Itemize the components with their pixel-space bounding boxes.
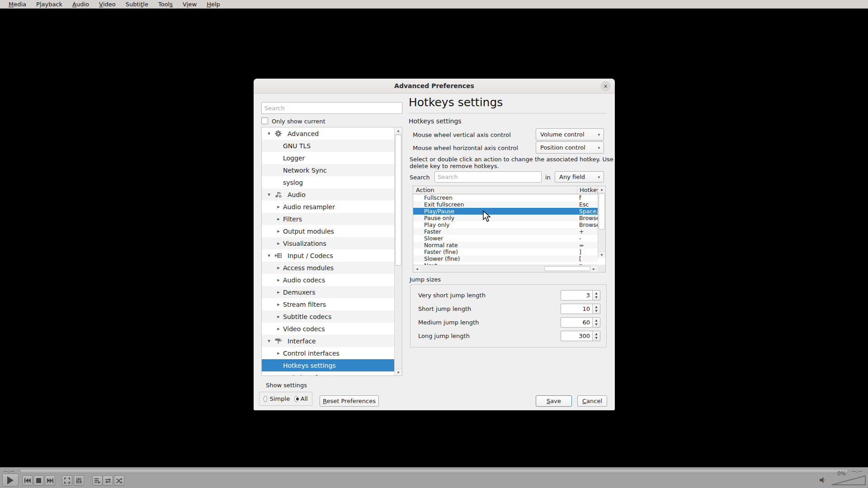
- stop-icon: [36, 478, 41, 483]
- table-row[interactable]: Pause onlyBrowser: [413, 215, 598, 221]
- tree-item-syslog[interactable]: syslog: [262, 176, 395, 188]
- tree-item-audio-codecs[interactable]: ▸Audio codecs: [262, 274, 395, 286]
- spin-arrows-icon[interactable]: ▲▼: [592, 318, 600, 327]
- playlist-button[interactable]: [92, 475, 103, 486]
- simple-radio[interactable]: [264, 396, 267, 402]
- short-jump-spinbox[interactable]: 10 ▲▼: [561, 304, 600, 314]
- scroll-up-icon[interactable]: ▴: [598, 186, 605, 193]
- wheel-vertical-dropdown[interactable]: Volume control▾: [536, 128, 604, 141]
- previous-button[interactable]: [22, 475, 33, 486]
- tree-item-visualizations[interactable]: ▸Visualizations: [262, 237, 395, 249]
- table-row[interactable]: Faster+: [413, 228, 598, 235]
- tree-item-demuxers[interactable]: ▸Demuxers: [262, 286, 395, 298]
- table-vertical-scrollbar[interactable]: ▴ ▾: [598, 186, 605, 258]
- interface-icon: [274, 337, 282, 345]
- tree-item-network-sync[interactable]: Network Sync: [262, 164, 395, 176]
- table-row[interactable]: Normal rate=: [413, 242, 598, 249]
- menu-media[interactable]: Media: [4, 0, 31, 9]
- random-button[interactable]: [114, 475, 124, 486]
- tree-scrollbar-thumb[interactable]: [395, 135, 401, 266]
- table-row[interactable]: Faster (fine)]: [413, 249, 598, 255]
- tree-scrollbar[interactable]: ▴ ▾: [394, 127, 402, 375]
- table-row[interactable]: Fullscreenf: [413, 194, 598, 201]
- tree-item-video-codecs[interactable]: ▸Video codecs: [262, 323, 395, 335]
- scrollbar-corner: [598, 265, 605, 272]
- scroll-down-icon[interactable]: ▾: [395, 369, 402, 375]
- close-icon: ×: [603, 83, 608, 89]
- table-row[interactable]: Slower (fine)[: [413, 255, 598, 262]
- hotkey-column-header[interactable]: Hotkey: [577, 186, 598, 194]
- tree-item-hotkeys-settings[interactable]: Hotkeys settings: [262, 359, 395, 371]
- menu-audio[interactable]: Audio: [67, 0, 94, 9]
- menu-subtitle[interactable]: Subtitle: [121, 0, 153, 9]
- volume-slider[interactable]: [831, 475, 866, 486]
- seek-slider[interactable]: [20, 469, 848, 473]
- gear-icon: [274, 130, 282, 137]
- chevron-down-icon: ▾: [266, 131, 272, 136]
- spin-arrows-icon[interactable]: ▲▼: [592, 291, 600, 300]
- scroll-up-icon[interactable]: ▴: [395, 127, 402, 134]
- menu-playback[interactable]: Playback: [31, 0, 67, 9]
- menu-view[interactable]: View: [178, 0, 202, 9]
- table-body: Fullscreenf Exit fullscreenEsc Play/Paus…: [413, 194, 598, 266]
- menu-help[interactable]: Help: [202, 0, 225, 9]
- extended-settings-button[interactable]: [74, 475, 84, 486]
- tree-item-main-interfaces[interactable]: ▸Main interfaces: [262, 371, 395, 376]
- only-show-current-checkbox[interactable]: [261, 117, 268, 124]
- advanced-preferences-dialog: Advanced Preferences × Only show current…: [254, 79, 615, 410]
- menu-video[interactable]: Video: [94, 0, 121, 9]
- action-column-header[interactable]: Action: [413, 186, 577, 194]
- tree-item-output-modules[interactable]: ▸Output modules: [262, 225, 395, 237]
- table-horizontal-scrollbar[interactable]: ◂ ▸: [413, 265, 605, 272]
- close-button[interactable]: ×: [601, 81, 610, 91]
- spin-arrows-icon[interactable]: ▲▼: [592, 304, 600, 314]
- tree-item-control-interfaces[interactable]: ▸Control interfaces: [262, 347, 395, 359]
- module-search-input[interactable]: [261, 102, 402, 114]
- table-vscroll-thumb[interactable]: [599, 193, 605, 230]
- volume-mute-icon[interactable]: [819, 477, 827, 483]
- table-row[interactable]: Play onlyBrowser: [413, 221, 598, 228]
- play-button[interactable]: [2, 474, 19, 487]
- tree-item-audio[interactable]: ▾ Audio: [262, 188, 395, 201]
- chevron-down-icon: ▾: [598, 175, 600, 179]
- long-jump-spinbox[interactable]: 300 ▲▼: [561, 331, 600, 341]
- tree-item-audio-resampler[interactable]: ▸Audio resampler: [262, 201, 395, 213]
- fullscreen-icon: [64, 478, 70, 483]
- table-row-selected[interactable]: Play/PauseSpace…: [413, 208, 598, 215]
- dialog-titlebar[interactable]: Advanced Preferences ×: [254, 79, 615, 94]
- tree-item-stream-filters[interactable]: ▸Stream filters: [262, 298, 395, 310]
- stop-button[interactable]: [33, 475, 44, 486]
- save-button[interactable]: Save: [536, 395, 572, 407]
- table-row[interactable]: Slower-: [413, 235, 598, 242]
- scroll-down-icon[interactable]: ▾: [598, 251, 605, 258]
- reset-preferences-button[interactable]: Reset Preferences: [320, 395, 379, 407]
- spin-arrows-icon[interactable]: ▲▼: [592, 331, 600, 341]
- in-label: in: [545, 174, 551, 181]
- search-field-dropdown[interactable]: Any field▾: [555, 171, 604, 183]
- wheel-horizontal-dropdown[interactable]: Position control▾: [536, 141, 604, 154]
- hotkey-search-input[interactable]: [434, 171, 542, 183]
- tree-item-gnu-tls[interactable]: GNU TLS: [262, 140, 395, 152]
- tree-item-subtitle-codecs[interactable]: ▸Subtitle codecs: [262, 310, 395, 323]
- table-row[interactable]: Exit fullscreenEsc: [413, 201, 598, 208]
- tree-item-logger[interactable]: Logger: [262, 152, 395, 164]
- table-header[interactable]: Action Hotkey: [413, 186, 598, 194]
- very-short-jump-spinbox[interactable]: 3 ▲▼: [561, 290, 600, 300]
- chevron-right-icon: ▸: [276, 240, 281, 246]
- scroll-left-icon[interactable]: ◂: [414, 266, 420, 272]
- tree-item-input-codecs[interactable]: ▾ Input / Codecs: [262, 249, 395, 262]
- table-hscroll-thumb[interactable]: [544, 266, 590, 271]
- chevron-right-icon: ▸: [276, 375, 281, 376]
- fullscreen-button[interactable]: [62, 475, 72, 486]
- tree-item-access-modules[interactable]: ▸Access modules: [262, 262, 395, 274]
- medium-jump-spinbox[interactable]: 60 ▲▼: [561, 317, 600, 328]
- scroll-right-icon[interactable]: ▸: [590, 266, 597, 272]
- next-button[interactable]: [45, 475, 55, 486]
- cancel-button[interactable]: Cancel: [577, 395, 607, 407]
- tree-item-interface[interactable]: ▾ Interface: [262, 335, 395, 347]
- tree-item-advanced[interactable]: ▾ Advanced: [262, 127, 395, 140]
- loop-button[interactable]: [103, 475, 113, 486]
- tree-item-filters[interactable]: ▸Filters: [262, 213, 395, 225]
- menu-tools[interactable]: Tools: [153, 0, 178, 9]
- all-radio[interactable]: [294, 396, 298, 402]
